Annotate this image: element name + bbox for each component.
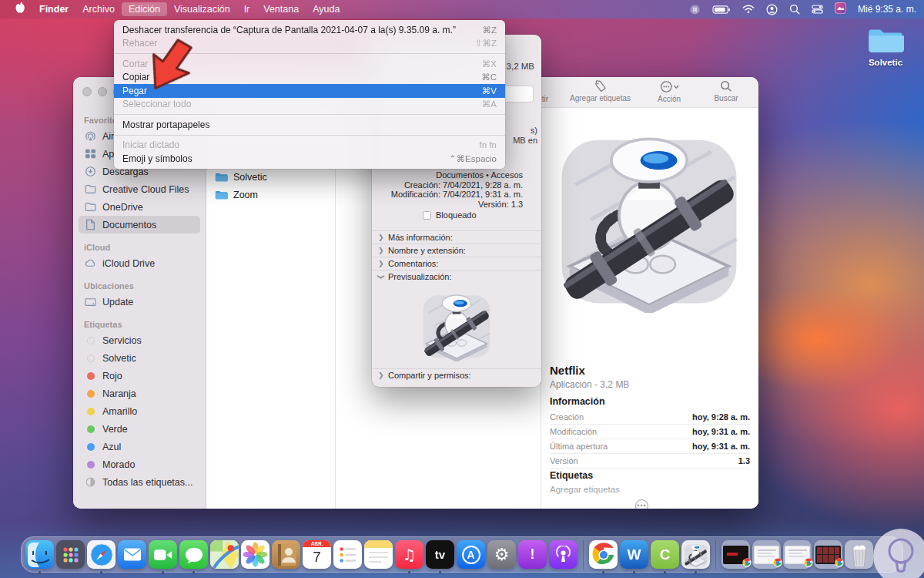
disclosure-label: Más información:	[388, 233, 453, 242]
locked-checkbox-row[interactable]: Bloqueado	[423, 210, 477, 220]
sidebar-item-naranja[interactable]: Naranja	[79, 385, 200, 402]
dock-icon-messages[interactable]	[179, 540, 208, 569]
get-info-meta-line: Modificación: 7/04/2021, 9:31 a. m.	[391, 190, 523, 200]
toolbar-agregar-etiquetas-button[interactable]: Agregar etiquetas	[570, 80, 631, 103]
disclosure-compartir-y-permisos-[interactable]: ❯Compartir y permisos:	[372, 368, 541, 381]
wifi-icon[interactable]	[742, 5, 755, 14]
spotlight-icon[interactable]	[789, 4, 800, 15]
disclosure-nombre-y-extensi-n-[interactable]: ❯Nombre y extensión:	[372, 244, 541, 257]
sidebar-section-etiquetas: Etiquetas	[73, 320, 206, 331]
dock-icon-window-thumb-netflix[interactable]	[721, 540, 750, 569]
add-tags-field[interactable]: Agregar etiquetas	[550, 485, 620, 494]
sidebar-item-servicios[interactable]: Servicios	[79, 331, 200, 349]
dock-icon-reminders[interactable]	[333, 540, 362, 569]
disclosure-label: Compartir y permisos:	[388, 371, 471, 380]
disclosure-comentarios-[interactable]: ❯Comentarios:	[372, 257, 541, 270]
dock-icon-notes[interactable]	[364, 540, 393, 569]
apple-menu[interactable]	[8, 0, 32, 18]
dock-icon-maps[interactable]	[210, 540, 239, 569]
menu-item-shortcut: ⌘A	[482, 99, 497, 109]
account-icon[interactable]	[766, 4, 778, 15]
chevron-right-icon[interactable]: ❯	[378, 260, 383, 267]
disclosure-previsualizaci-n-[interactable]: ❯Previsualización:	[372, 270, 541, 283]
menu-item-shortcut: ⌘Z	[482, 25, 497, 35]
sidebar-item-solvetic[interactable]: Solvetic	[79, 349, 200, 367]
sidebar-item-rojo[interactable]: Rojo	[79, 367, 200, 385]
running-indicator-dot	[38, 571, 42, 574]
menubar-item-visualización[interactable]: Visualización	[167, 2, 237, 16]
dock-icon-photos[interactable]	[241, 540, 270, 569]
dock-icon-chrome[interactable]	[589, 540, 618, 569]
checkbox-icon[interactable]	[423, 211, 431, 220]
dock-icon-tv[interactable]: tv	[426, 540, 454, 569]
more-ellipsis-icon[interactable]: •••	[635, 499, 648, 509]
sidebar-item-onedrive[interactable]: OneDrive	[79, 198, 200, 216]
dock-icon-launchpad[interactable]	[56, 540, 85, 569]
app-switch-icon[interactable]	[835, 2, 846, 16]
screen-record-icon[interactable]	[689, 4, 701, 15]
dock-icon-settings[interactable]: ⚙	[487, 540, 516, 569]
dock-icon-window-thumb-code[interactable]	[752, 540, 781, 569]
desktop-folder-solvetic[interactable]: Solvetic	[861, 26, 910, 67]
info-value: hoy, 9:31 a. m.	[692, 442, 750, 451]
dock-icon-calendar[interactable]: ABR.7	[303, 540, 331, 569]
desktop-folder-label: Solvetic	[861, 58, 910, 67]
menubar-item-ventana[interactable]: Ventana	[256, 2, 306, 16]
close-button[interactable]	[82, 87, 92, 96]
menubar-item-finder[interactable]: Finder	[32, 2, 75, 16]
running-indicator-dot	[439, 571, 442, 574]
dock-icon-trash[interactable]	[845, 540, 873, 569]
menu-item-emoji[interactable]: Emoji y símbolos⌃⌘Espacio	[114, 152, 505, 166]
toolbar-acci-n-button[interactable]: Acción	[651, 80, 688, 103]
preview-info-row: Versión1.3	[550, 454, 750, 469]
chevron-right-icon[interactable]: ❯	[378, 247, 383, 254]
sidebar-item-azul[interactable]: Azul	[79, 438, 200, 455]
sidebar-item-icloud-drive[interactable]: iCloud Drive	[79, 254, 200, 272]
chevron-right-icon[interactable]: ❯	[378, 234, 383, 241]
battery-icon[interactable]	[712, 5, 731, 14]
sidebar-item-update[interactable]: Update	[79, 293, 200, 311]
menu-item-mostrar[interactable]: Mostrar portapapeles	[114, 118, 505, 132]
search-icon	[720, 80, 732, 92]
menubar-item-archivo[interactable]: Archivo	[75, 2, 122, 16]
dock-icon-safari[interactable]	[87, 540, 116, 569]
dock-icon-music[interactable]: ♫	[395, 540, 424, 569]
dock-icon-window-thumb-doc[interactable]	[783, 540, 812, 569]
dock-icon-podcasts[interactable]	[549, 540, 578, 569]
tag-icon	[594, 80, 607, 92]
menubar-item-edición[interactable]: Edición	[122, 2, 167, 16]
sidebar-item-morado[interactable]: Morado	[79, 455, 200, 473]
dock-icon-contacts[interactable]	[272, 540, 300, 569]
preview-file-kind-size: Aplicación - 3,2 MB	[550, 379, 629, 390]
menubar-item-ir[interactable]: Ir	[237, 2, 257, 16]
disclosure-m-s-informaci-n-[interactable]: ❯Más información:	[372, 230, 541, 244]
menu-item-shortcut: ⇧⌘Z	[475, 38, 497, 49]
sidebar-item-label: Azul	[102, 442, 121, 452]
sidebar-item-amarillo[interactable]: Amarillo	[79, 402, 200, 420]
dock-icon-camtasia[interactable]: C	[651, 540, 679, 569]
locked-label: Bloqueado	[436, 210, 477, 220]
sidebar-item-verde[interactable]: Verde	[79, 420, 200, 438]
sidebar-item-creative-cloud-files[interactable]: Creative Cloud Files	[79, 180, 200, 198]
chevron-down-icon[interactable]: ❯	[377, 274, 385, 280]
menubar-clock[interactable]: Mié 9:35 a. m.	[858, 4, 916, 15]
dock-icon-automator[interactable]	[681, 540, 710, 569]
sidebar-item-documentos[interactable]: Documentos	[79, 216, 200, 234]
chevron-right-icon[interactable]: ❯	[378, 371, 383, 379]
dock-icon-alert-app[interactable]: !	[518, 540, 547, 569]
running-indicator-dot	[408, 571, 411, 574]
menubar-item-ayuda[interactable]: Ayuda	[306, 2, 346, 16]
running-indicator-dot	[100, 571, 103, 574]
toolbar-buscar-button[interactable]: Buscar	[708, 80, 745, 103]
control-center-icon[interactable]	[812, 5, 823, 14]
dock-icon-word[interactable]: W	[620, 540, 648, 569]
running-indicator-dot	[664, 571, 667, 574]
dock-icon-window-thumb-grid[interactable]	[814, 540, 842, 569]
minimize-button[interactable]	[98, 87, 107, 96]
folder-icon	[84, 183, 97, 195]
dock-icon-appstore[interactable]: A	[457, 540, 485, 569]
dock-icon-facetime[interactable]	[149, 540, 177, 569]
dock-icon-finder[interactable]	[25, 540, 54, 569]
dock-icon-mail[interactable]	[118, 540, 146, 569]
sidebar-item-todas-las-etiquetas-[interactable]: Todas las etiquetas...	[79, 473, 200, 491]
